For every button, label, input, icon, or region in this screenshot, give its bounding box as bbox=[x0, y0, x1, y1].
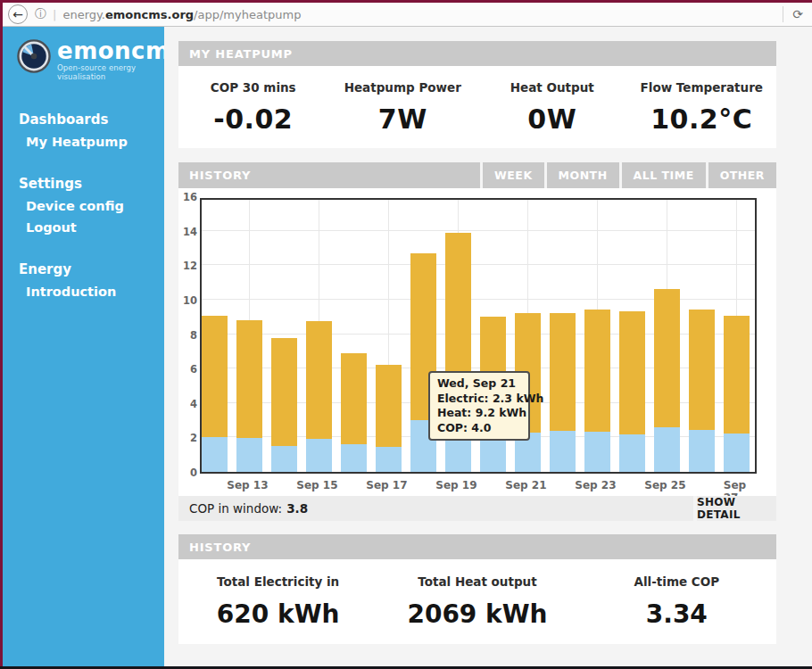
url-bar[interactable]: ← ⓘ | energy.emoncms.org/app/myheatpump … bbox=[3, 3, 812, 27]
sidebar: emoncms Open-source energy visualisation… bbox=[3, 27, 164, 666]
gauge-logo-icon bbox=[17, 39, 51, 77]
stat-value: 0W bbox=[477, 103, 627, 135]
electric-bar-sep-13[interactable] bbox=[236, 438, 262, 472]
plot-area[interactable]: Wed, Sep 21Electric: 2.3 kWhHeat: 9.2 kW… bbox=[200, 198, 757, 474]
my-heatpump-title: MY HEATPUMP bbox=[178, 47, 293, 61]
stat-label: Total Electricity in bbox=[178, 574, 377, 589]
totals-card: Total Electricity in 620 kWh Total Heat … bbox=[178, 559, 776, 644]
reload-button[interactable]: ⟳ bbox=[783, 6, 812, 22]
range-button-all-time[interactable]: ALL TIME bbox=[622, 162, 706, 188]
y-tick-label: 4 bbox=[178, 398, 197, 410]
url-domain: emoncms.org bbox=[105, 8, 194, 21]
electric-bar-sep-26[interactable] bbox=[689, 430, 715, 472]
y-tick-label: 16 bbox=[178, 191, 197, 203]
cop-window-text: COP in window: 3.8 bbox=[178, 496, 693, 521]
nav-gap bbox=[3, 153, 164, 172]
stat-total-electricity: Total Electricity in 620 kWh bbox=[178, 574, 377, 629]
nav-gap bbox=[3, 238, 164, 258]
x-tick-label: Sep 17 bbox=[366, 479, 407, 491]
browser-chrome: ← ⓘ | energy.emoncms.org/app/myheatpump … bbox=[0, 0, 812, 27]
stat-all-time-cop: All-time COP 3.34 bbox=[577, 574, 776, 629]
live-stats-card: COP 30 mins -0.02 Heatpump Power 7W Heat… bbox=[178, 66, 776, 148]
nav-heading-dashboards: Dashboards bbox=[3, 108, 164, 131]
sidebar-item-logout[interactable]: Logout bbox=[3, 217, 164, 238]
history-chart-card: 0246810121416 Wed, Sep 21Electric: 2.3 k… bbox=[178, 188, 776, 496]
tooltip-line: Heat: 9.2 kWh bbox=[437, 406, 521, 421]
y-tick-label: 8 bbox=[178, 329, 197, 342]
x-tick-label: Sep 19 bbox=[435, 479, 476, 491]
electric-bar-sep-15[interactable] bbox=[306, 439, 332, 472]
stat-label: Heat Output bbox=[477, 80, 627, 95]
y-tick-label: 14 bbox=[178, 226, 197, 238]
totals-title: HISTORY bbox=[178, 541, 251, 554]
stat-value: -0.02 bbox=[178, 103, 328, 135]
sidebar-nav: Dashboards My Heatpump Settings Device c… bbox=[3, 108, 164, 302]
url-text[interactable]: energy.emoncms.org/app/myheatpump bbox=[62, 8, 301, 21]
tooltip-title: Wed, Sep 21 bbox=[437, 376, 521, 392]
x-tick-label: Sep 13 bbox=[227, 479, 268, 491]
stat-flow-temperature: Flow Temperature 10.2°C bbox=[627, 80, 777, 135]
electric-bar-sep-25[interactable] bbox=[654, 427, 680, 472]
stat-total-heat: Total Heat output 2069 kWh bbox=[377, 574, 576, 629]
emoncms-logo[interactable]: emoncms Open-source energy visualisation bbox=[17, 39, 164, 81]
url-path: /app/myheatpump bbox=[194, 8, 301, 21]
stat-label: Heatpump Power bbox=[328, 80, 478, 95]
x-tick-label: Sep 15 bbox=[296, 479, 337, 491]
tooltip-line: COP: 4.0 bbox=[437, 421, 521, 436]
cop-window-value: 3.8 bbox=[286, 501, 308, 516]
url-prefix: energy. bbox=[62, 8, 105, 21]
electric-bar-sep-23[interactable] bbox=[584, 432, 610, 472]
range-button-month[interactable]: MONTH bbox=[547, 162, 619, 188]
stat-heatpump-power: Heatpump Power 7W bbox=[328, 80, 478, 135]
tooltip-line: Electric: 2.3 kWh bbox=[437, 392, 521, 407]
chart-x-axis-labels: Sep 13Sep 15Sep 17Sep 19Sep 21Sep 23Sep … bbox=[200, 479, 757, 493]
stat-value: 3.34 bbox=[577, 599, 776, 629]
y-tick-label: 0 bbox=[178, 467, 197, 479]
stat-label: Flow Temperature bbox=[627, 80, 777, 95]
totals-header: HISTORY bbox=[178, 534, 776, 559]
cop-window-label: COP in window: bbox=[189, 501, 282, 516]
electric-bar-sep-12[interactable] bbox=[202, 437, 228, 472]
electric-bar-sep-17[interactable] bbox=[376, 447, 402, 472]
chart-tooltip: Wed, Sep 21Electric: 2.3 kWhHeat: 9.2 kW… bbox=[428, 371, 530, 441]
show-detail-button[interactable]: SHOW DETAIL bbox=[697, 496, 776, 521]
main-content: MY HEATPUMP COP 30 mins -0.02 Heatpump P… bbox=[164, 27, 812, 666]
sidebar-item-device-config[interactable]: Device config bbox=[3, 195, 164, 217]
gridline bbox=[202, 264, 755, 265]
screen: ← ⓘ | energy.emoncms.org/app/myheatpump … bbox=[0, 0, 812, 669]
nav-heading-energy: Energy bbox=[3, 258, 164, 281]
stat-cop-30-mins: COP 30 mins -0.02 bbox=[178, 80, 328, 135]
back-button[interactable]: ← bbox=[8, 4, 28, 24]
y-tick-label: 6 bbox=[178, 363, 197, 376]
stat-value: 620 kWh bbox=[178, 599, 377, 629]
x-tick-label: Sep 21 bbox=[505, 479, 546, 491]
stat-label: All-time COP bbox=[577, 574, 776, 589]
electric-bar-sep-27[interactable] bbox=[724, 434, 750, 472]
stat-heat-output: Heat Output 0W bbox=[477, 80, 627, 135]
history-title: HISTORY bbox=[178, 162, 480, 188]
stat-value: 7W bbox=[328, 103, 478, 135]
sidebar-item-introduction[interactable]: Introduction bbox=[3, 281, 164, 302]
y-tick-label: 10 bbox=[178, 294, 197, 307]
range-button-week[interactable]: WEEK bbox=[483, 162, 544, 188]
stat-label: COP 30 mins bbox=[178, 80, 328, 95]
gridline bbox=[202, 230, 755, 231]
history-header: HISTORY WEEK MONTH ALL TIME OTHER bbox=[178, 162, 776, 188]
electric-bar-sep-14[interactable] bbox=[271, 446, 297, 472]
y-tick-label: 2 bbox=[178, 432, 197, 444]
stat-value: 2069 kWh bbox=[377, 599, 576, 629]
electric-bar-sep-16[interactable] bbox=[341, 444, 367, 472]
stat-label: Total Heat output bbox=[377, 574, 576, 589]
sidebar-item-my-heatpump[interactable]: My Heatpump bbox=[3, 131, 164, 153]
nav-heading-settings: Settings bbox=[3, 172, 164, 195]
page-info-icon[interactable]: ⓘ bbox=[35, 6, 46, 22]
cop-window-row: COP in window: 3.8 SHOW DETAIL bbox=[178, 496, 776, 521]
range-button-other[interactable]: OTHER bbox=[708, 162, 776, 188]
x-tick-label: Sep 25 bbox=[644, 479, 685, 491]
url-separator: | bbox=[53, 8, 56, 21]
electric-bar-sep-22[interactable] bbox=[550, 431, 576, 472]
stat-value: 10.2°C bbox=[627, 103, 777, 135]
electric-bar-sep-24[interactable] bbox=[619, 434, 645, 472]
chart-y-axis-labels: 0246810121416 bbox=[178, 198, 197, 474]
x-tick-label: Sep 23 bbox=[575, 479, 616, 491]
